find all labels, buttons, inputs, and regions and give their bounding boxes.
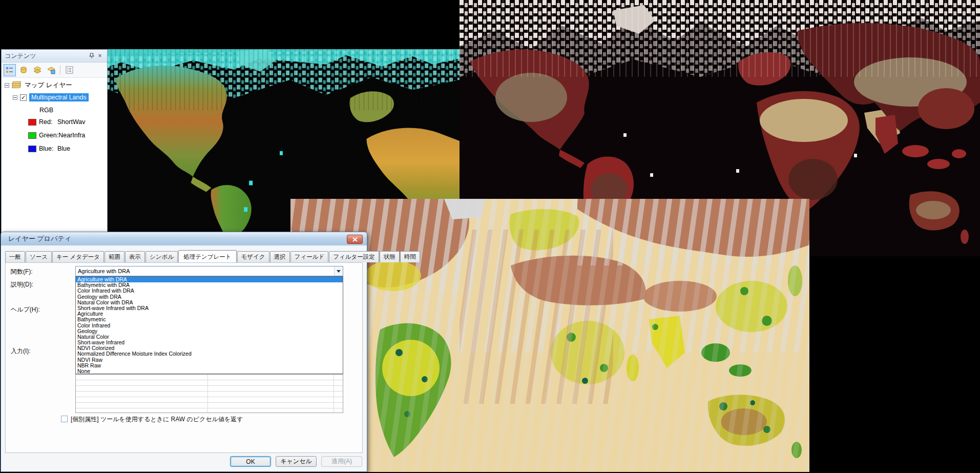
channel-band: Blue — [57, 145, 70, 152]
channel-band: NearInfra — [58, 132, 85, 139]
function-label: 関数(F): — [11, 268, 33, 276]
toc-toolbar — [2, 63, 107, 78]
tab-symbology[interactable]: シンボル — [145, 251, 178, 262]
tree-item-green-channel: Green: NearInfra — [28, 130, 85, 140]
tab-time[interactable]: 時間 — [400, 251, 420, 262]
tab-mosaic[interactable]: モザイク — [237, 251, 269, 262]
dropdown-option[interactable]: Normalized Difference Moisture Index Col… — [76, 351, 343, 357]
green-swatch — [28, 132, 36, 139]
tree-item-map-layers[interactable]: マップ レイヤー — [5, 80, 72, 90]
dialog-title: レイヤー プロパティ — [8, 234, 71, 243]
rgb-label: RGB — [39, 107, 53, 114]
dropdown-option[interactable]: Color Infrared — [76, 323, 343, 328]
input-label: 入力(I): — [11, 347, 31, 356]
dropdown-option[interactable]: NBR Raw — [76, 363, 343, 368]
channel-band: ShortWav — [57, 118, 85, 126]
channel-label: Green: — [39, 132, 58, 139]
list-by-selection-icon[interactable] — [45, 64, 57, 76]
tab-general[interactable]: 一般 — [5, 251, 25, 262]
map-preview-agriculture — [290, 199, 809, 472]
function-combobox[interactable]: Agriculture with DRA — [75, 266, 343, 276]
cancel-button[interactable]: キャンセル — [276, 456, 317, 467]
dropdown-option[interactable]: NDVI Raw — [76, 357, 343, 363]
list-by-source-icon[interactable] — [17, 64, 30, 76]
tab-selection[interactable]: 選択 — [270, 251, 290, 262]
toolbar-separator — [60, 66, 60, 75]
help-label: ヘルプ(H): — [11, 305, 40, 314]
close-icon[interactable]: × — [96, 52, 104, 60]
input-parameters-table[interactable] — [75, 374, 343, 413]
dialog-tabstrip: 一般 ソース キー メタデータ 範囲 表示 シンボル 処理テンプレート モザイク… — [5, 250, 363, 262]
dropdown-option[interactable]: Bathymetric — [76, 317, 343, 322]
dropdown-option[interactable]: Color Infrared with DRA — [76, 288, 343, 294]
arcmap-desktop: { "contents_panel": { "title": "コンテンツ", … — [0, 0, 980, 473]
map-layers-label: マップ レイヤー — [25, 81, 72, 90]
table-column-divider — [333, 375, 334, 413]
options-list-icon[interactable] — [63, 64, 75, 76]
return-raw-pixel-checkbox-label: [個別属性] ツールを使用するときに RAW のピクセル値を返す — [71, 415, 243, 424]
description-label: 説明(D): — [11, 280, 33, 289]
tree-item-layer[interactable]: ✓ Multispectral Lands — [13, 92, 89, 102]
tab-filter-settings[interactable]: フィルター設定 — [329, 251, 379, 262]
collapse-icon[interactable] — [13, 95, 17, 100]
pin-icon[interactable] — [88, 52, 96, 60]
list-by-drawing-order-icon[interactable] — [4, 64, 16, 76]
dialog-close-button[interactable] — [347, 235, 363, 244]
tab-extent[interactable]: 範囲 — [105, 251, 124, 262]
dropdown-option[interactable]: Short-wave Infrared — [76, 340, 343, 345]
return-raw-pixel-checkbox[interactable] — [61, 416, 68, 422]
tab-key-metadata[interactable]: キー メタデータ — [52, 251, 104, 262]
layer-properties-dialog: レイヤー プロパティ 一般 ソース キー メタデータ 範囲 表示 シンボル 処理… — [1, 232, 367, 472]
apply-button: 適用(A) — [321, 456, 362, 467]
ok-button[interactable]: OK — [230, 456, 271, 467]
channel-label: Red: — [39, 118, 57, 126]
tree-item-red-channel: Red: ShortWav — [28, 117, 85, 127]
channel-label: Blue: — [39, 145, 57, 152]
tree-item-rgb: RGB — [39, 105, 53, 115]
dropdown-option[interactable]: Short-wave Infrared with DRA — [76, 305, 343, 311]
tree-item-blue-channel: Blue: Blue — [28, 143, 70, 154]
function-dropdown-list: Agriculture with DRA Bathymetric with DR… — [75, 276, 343, 374]
collapse-icon[interactable] — [5, 83, 9, 88]
layer-visibility-checkbox[interactable]: ✓ — [20, 94, 27, 101]
layer-name-selected[interactable]: Multispectral Lands — [29, 93, 89, 101]
blue-swatch — [28, 146, 36, 152]
function-combobox-value: Agriculture with DRA — [76, 268, 334, 274]
tab-processing-templates[interactable]: 処理テンプレート — [178, 250, 236, 263]
map-layers-icon — [12, 81, 22, 89]
dropdown-option[interactable]: None — [76, 368, 343, 374]
contents-panel-header: コンテンツ × — [2, 50, 107, 63]
tab-fields[interactable]: フィールド — [290, 251, 329, 262]
list-by-visibility-icon[interactable] — [31, 64, 44, 76]
contents-panel: コンテンツ × マップ レイヤー ✓ Mult — [1, 49, 108, 234]
tab-source[interactable]: ソース — [26, 251, 52, 262]
dialog-titlebar[interactable]: レイヤー プロパティ — [1, 232, 367, 245]
table-column-divider — [207, 375, 208, 413]
tab-status[interactable]: 状態 — [380, 251, 400, 262]
tab-display[interactable]: 表示 — [125, 251, 145, 262]
dropdown-option[interactable]: Agriculture — [76, 311, 343, 317]
agriculture-world-art — [290, 199, 809, 472]
contents-panel-title: コンテンツ — [5, 52, 88, 60]
chevron-down-icon[interactable] — [334, 266, 343, 276]
dropdown-option[interactable]: Geology — [76, 328, 343, 334]
red-swatch — [28, 119, 36, 126]
